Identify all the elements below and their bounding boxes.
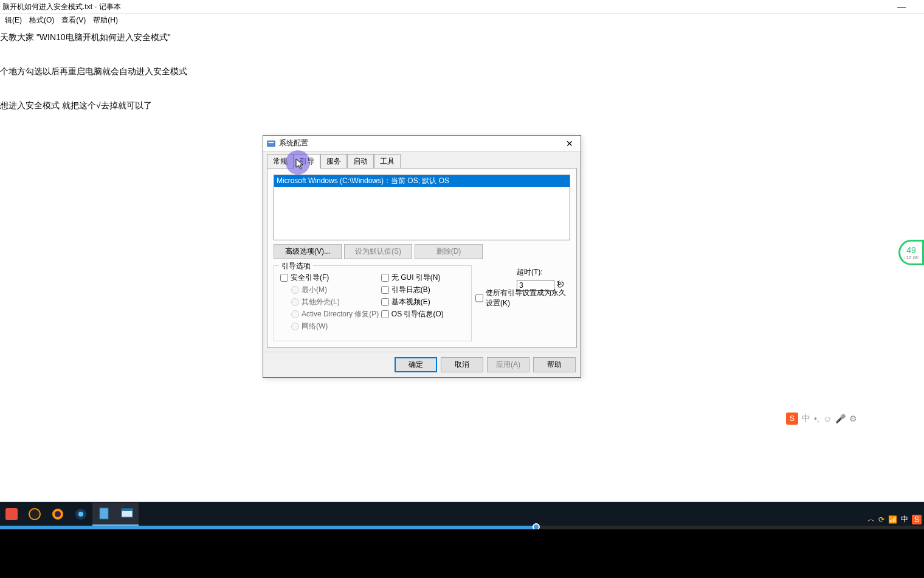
dialog-title-bar[interactable]: 系统配置 ✕ [263,136,581,151]
tab-general[interactable]: 常规 [267,154,294,169]
tray-ime[interactable]: 中 [901,514,908,524]
system-tray[interactable]: ︿ ⟳ 📶 中 S [867,514,922,524]
tray-sogou-icon[interactable]: S [912,515,922,524]
performance-widget[interactable]: 49 ↓12.6K [898,240,924,265]
tabs-bar: 常规 引导 服务 启动 工具 [263,151,581,169]
ime-toolbar[interactable]: S 中 •, ☺ 🎤 ⚙ [786,413,857,425]
dialog-button-row: 确定 取消 应用(A) 帮助 [263,352,581,377]
menu-format[interactable]: 格式(O) [26,14,58,27]
taskbar-app-4[interactable] [69,503,92,526]
permanent-settings-label: 使所有引导设置成为永久设置(K) [486,288,567,308]
tray-sync-icon[interactable]: ⟳ [878,515,884,524]
tray-network-icon[interactable]: 📶 [888,515,897,524]
os-list[interactable]: Microsoft Windows (C:\Windows)：当前 OS; 默认… [274,175,570,240]
ad-repair-radio: Active Directory 修复(P) [291,309,381,319]
notepad-text-area[interactable]: 天教大家 "WIN10电脑开机如何进入安全模式" 个地方勾选以后再重启电脑就会自… [0,26,924,116]
text-line-1: 天教大家 "WIN10电脑开机如何进入安全模式" [0,30,924,44]
minimal-radio: 最小(M) [291,285,381,295]
msconfig-icon [267,139,275,148]
no-gui-checkbox[interactable]: 无 GUI 引导(N) [381,273,465,283]
notepad-title: 脑开机如何进入安全模式.txt - 记事本 [2,2,121,12]
text-line-3: 想进入安全模式 就把这个√去掉就可以了 [0,98,924,113]
tab-boot[interactable]: 引导 [294,154,320,169]
timeout-label: 超时(T): [517,267,564,277]
taskbar-app-2[interactable] [23,503,46,526]
ime-mic-icon[interactable]: 🎤 [835,414,846,423]
tray-chevron-icon[interactable]: ︿ [867,514,875,524]
no-gui-label: 无 GUI 引导(N) [391,273,441,283]
tab-body-boot: Microsoft Windows (C:\Windows)：当前 OS; 默认… [267,168,577,348]
base-video-checkbox[interactable]: 基本视频(E) [381,297,465,307]
close-icon[interactable]: ✕ [562,139,577,148]
perf-value: 49 [906,245,916,255]
svg-rect-1 [269,142,274,143]
svg-rect-2 [5,508,18,520]
altshell-label: 其他外壳(L) [302,297,340,307]
os-boot-info-label: OS 引导信息(O) [391,309,444,319]
os-boot-info-checkbox[interactable]: OS 引导信息(O) [381,309,465,319]
svg-rect-8 [100,508,108,519]
taskbar[interactable] [0,502,924,526]
set-default-button: 设为默认值(S) [344,244,412,259]
boot-button-row: 高级选项(V)... 设为默认值(S) 删除(D) [274,244,570,259]
taskbar-app-1[interactable] [0,503,23,526]
ad-repair-label: Active Directory 修复(P) [302,309,379,319]
ime-emoji-icon[interactable]: ☺ [823,414,832,423]
delete-button: 删除(D) [415,244,483,259]
help-button[interactable]: 帮助 [533,357,576,372]
svg-point-3 [29,509,40,520]
svg-rect-10 [122,509,133,511]
notepad-title-bar: 脑开机如何进入安全模式.txt - 记事本 — [0,0,924,14]
tab-startup[interactable]: 启动 [347,154,374,169]
permanent-settings-checkbox[interactable]: 使所有引导设置成为永久设置(K) [475,288,567,308]
video-control-bar [0,529,924,578]
taskbar-notepad-icon[interactable] [92,503,116,526]
advanced-options-button[interactable]: 高级选项(V)... [274,244,342,259]
ime-lang[interactable]: 中 [802,413,810,424]
cancel-button[interactable]: 取消 [441,357,483,372]
boot-log-label: 引导日志(B) [391,285,430,295]
menu-edit[interactable]: 辑(E) [1,14,26,27]
svg-point-5 [55,511,61,517]
sogou-icon[interactable]: S [786,413,798,425]
taskbar-msconfig-icon[interactable] [116,503,139,526]
taskbar-firefox-icon[interactable] [46,503,69,526]
base-video-label: 基本视频(E) [391,297,430,307]
boot-options-group: 引导选项 安全引导(F) 最小(M) 其他外壳(L) Active Direct… [274,265,472,341]
network-radio: 网络(W) [291,321,381,332]
perf-net: ↓12.6K [904,255,919,260]
svg-rect-0 [267,141,275,146]
os-entry[interactable]: Microsoft Windows (C:\Windows)：当前 OS; 默认… [274,175,570,187]
tab-services[interactable]: 服务 [320,154,347,169]
dialog-title-text: 系统配置 [279,138,308,148]
altshell-radio: 其他外壳(L) [291,297,381,307]
ime-settings-icon[interactable]: ⚙ [849,414,857,423]
safe-boot-checkbox[interactable]: 安全引导(F) [280,273,381,283]
ok-button[interactable]: 确定 [395,357,437,372]
safe-boot-label: 安全引导(F) [291,273,329,283]
apply-button: 应用(A) [487,357,529,372]
ime-punct-icon[interactable]: •, [814,414,819,423]
notepad-menu-bar: 辑(E) 格式(O) 查看(V) 帮助(H) [0,14,924,26]
minimal-label: 最小(M) [302,285,327,295]
svg-point-7 [78,512,83,517]
network-label: 网络(W) [302,321,328,332]
menu-help[interactable]: 帮助(H) [89,14,122,27]
text-line-2: 个地方勾选以后再重启电脑就会自动进入安全模式 [0,64,924,78]
menu-view[interactable]: 查看(V) [58,14,89,27]
tab-tools[interactable]: 工具 [374,154,401,169]
boot-options-legend: 引导选项 [279,261,313,271]
minimize-icon[interactable]: — [897,2,906,12]
boot-log-checkbox[interactable]: 引导日志(B) [381,285,465,295]
system-config-dialog: 系统配置 ✕ 常规 引导 服务 启动 工具 Microsoft Windows … [263,135,581,378]
